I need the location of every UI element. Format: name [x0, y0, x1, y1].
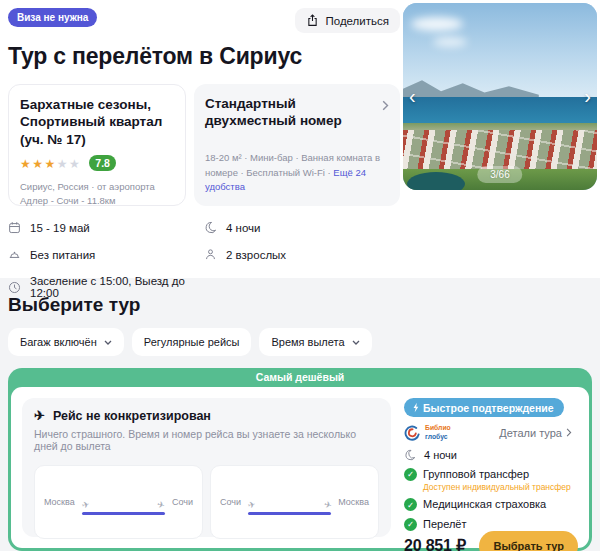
visa-badge: Виза не нужна: [8, 8, 97, 27]
filter-baggage-label: Багаж включён: [20, 336, 97, 348]
hotel-location: Сириус, Россия · от аэропорта Адлер - Со…: [20, 180, 174, 209]
flight-line: [248, 512, 331, 515]
moon-icon: [404, 449, 416, 461]
summary-checkin-label: Заселение с 15:00, Выезд до 12:00: [30, 275, 204, 299]
summary-meal: Без питания: [8, 248, 204, 261]
flight-route: ✈ ✈: [82, 489, 165, 515]
chevron-right-icon: [382, 100, 389, 130]
summary-meal-label: Без питания: [30, 249, 95, 261]
chevron-right-icon: [566, 428, 572, 437]
hotel-card[interactable]: Бархатные сезоны, Спортивный квартал (уч…: [8, 84, 186, 206]
offer-details-column: Быстрое подтверждение Библио глобус Дета…: [404, 398, 578, 537]
arrival-city: Сочи: [172, 497, 193, 507]
hotel-name: Бархатные сезоны, Спортивный квартал (уч…: [20, 96, 174, 148]
operator-logo: Библио глобус: [404, 424, 451, 441]
share-label: Поделиться: [325, 15, 389, 27]
room-card[interactable]: Стандартный двухместный номер 18-20 м² ·…: [194, 84, 400, 206]
flight-info-panel: ✈ Рейс не конкретизирован Ничего страшно…: [22, 398, 391, 537]
cheapest-banner: Самый дешёвый: [11, 368, 589, 387]
photo-lake: [407, 172, 465, 190]
flight-line: [82, 512, 165, 515]
flight-note-title: Рейс не конкретизирован: [53, 409, 211, 423]
summary-guests: 2 взрослых: [204, 248, 400, 261]
globe-logo-icon: [404, 424, 421, 441]
operator-name-line1: Библио: [425, 424, 451, 432]
summary-guests-label: 2 взрослых: [226, 249, 286, 261]
plane-icon: ✈: [34, 408, 45, 423]
summary-dates: 15 - 19 май: [8, 221, 204, 234]
rating-badge: 7.8: [89, 155, 116, 171]
flight-note-text: Ничего страшного. Время и номер рейса вы…: [34, 428, 379, 452]
offer-nights-label: 4 ночи: [424, 449, 457, 461]
arrival-city: Москва: [338, 497, 369, 507]
cheapest-tour-card: Самый дешёвый ✈ Рейс не конкретизирован …: [8, 368, 592, 551]
meal-icon: [8, 248, 21, 261]
tour-details-link[interactable]: Детали тура: [493, 426, 578, 440]
hotel-star-rating: ★★★★★: [20, 154, 81, 172]
include-insurance: ✓ Медицинская страховка: [404, 498, 578, 511]
flight-route: ✈ ✈: [248, 489, 331, 515]
star-icon: ★: [20, 157, 32, 171]
share-icon: [306, 14, 319, 27]
check-icon: ✓: [404, 518, 417, 531]
photo-cloud: [411, 17, 463, 31]
photo-prev-button[interactable]: ‹: [404, 81, 421, 109]
filter-departure-time[interactable]: Время вылета: [259, 328, 371, 356]
tour-header-section: Виза не нужна Поделиться Тур с перелётом…: [0, 0, 600, 278]
header-left-column: Виза не нужна Поделиться Тур с перелётом…: [8, 8, 400, 299]
offer-nights: 4 ночи: [404, 449, 578, 461]
include-insurance-label: Медицинская страховка: [423, 498, 546, 510]
photo-counter: 3/66: [477, 166, 522, 183]
tour-details-label: Детали тура: [499, 427, 562, 439]
include-transfer-note: Доступен индивидуальный трансфер: [423, 482, 578, 492]
landing-icon: ✈: [156, 500, 166, 511]
person-icon: [204, 248, 217, 261]
departure-city: Сочи: [220, 497, 241, 507]
page-title: Тур с перелётом в Сириус: [8, 43, 400, 70]
select-tour-button[interactable]: Выбрать тур: [479, 531, 578, 551]
return-flight: Сочи ✈ ✈ Москва: [210, 465, 379, 539]
star-icon: ★: [32, 157, 44, 171]
tour-price: 20 851 ₽: [404, 536, 466, 551]
tour-summary: 15 - 19 май 4 ночи Без питания 2 взрослы…: [8, 221, 400, 299]
departure-city: Москва: [44, 497, 75, 507]
clock-icon: [8, 281, 21, 294]
check-icon: ✓: [404, 468, 417, 481]
chevron-down-icon: [104, 340, 112, 345]
room-amenities: 18-20 м² · Мини-бар · Ванная комната в н…: [205, 151, 389, 195]
choose-tour-section: Выберите тур Багаж включён Регулярные ре…: [0, 278, 600, 551]
landing-icon: ✈: [323, 500, 333, 511]
calendar-icon: [8, 221, 21, 234]
star-icon: ★: [45, 157, 57, 171]
fast-confirm-label: Быстрое подтверждение: [423, 402, 554, 414]
chevron-down-icon: [352, 340, 360, 345]
star-icon: ★: [57, 157, 69, 171]
operator-name: Библио глобус: [425, 424, 451, 440]
filter-regular-flights-label: Регулярные рейсы: [144, 336, 240, 348]
operator-name-line2: глобус: [425, 433, 451, 441]
photo-cloud: [433, 37, 467, 47]
filter-departure-time-label: Время вылета: [271, 336, 344, 348]
check-icon: ✓: [404, 498, 417, 511]
summary-checkin: Заселение с 15:00, Выезд до 12:00: [8, 275, 204, 299]
hotel-photo: ‹ › 3/66: [403, 3, 597, 190]
summary-nights: 4 ночи: [204, 221, 400, 234]
moon-icon: [204, 221, 217, 234]
tour-filters: Багаж включён Регулярные рейсы Время выл…: [8, 328, 592, 356]
photo-sea: [403, 97, 597, 125]
include-transfer: ✓ Групповой трансфер: [404, 468, 578, 481]
outbound-flight: Москва ✈ ✈ Сочи: [34, 465, 203, 539]
summary-nights-label: 4 ночи: [226, 222, 261, 234]
room-name: Стандартный двухместный номер: [205, 95, 374, 130]
filter-regular-flights[interactable]: Регулярные рейсы: [132, 328, 252, 356]
fast-confirm-badge: Быстрое подтверждение: [404, 398, 564, 417]
share-button[interactable]: Поделиться: [295, 8, 400, 33]
photo-next-button[interactable]: ›: [579, 81, 596, 109]
filter-baggage[interactable]: Багаж включён: [8, 328, 124, 356]
include-transfer-label: Групповой трансфер: [423, 468, 529, 480]
include-flight: ✓ Перелёт: [404, 518, 578, 531]
takeoff-icon: ✈: [247, 500, 257, 511]
star-icon: ★: [69, 157, 81, 171]
summary-dates-label: 15 - 19 май: [30, 222, 90, 234]
lightning-icon: [412, 402, 419, 413]
